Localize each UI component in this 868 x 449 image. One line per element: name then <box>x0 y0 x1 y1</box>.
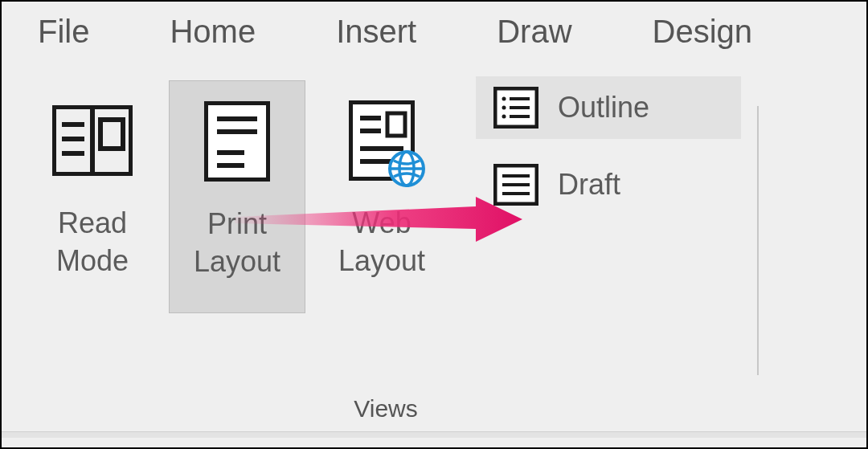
print-layout-button[interactable]: Print Layout <box>169 80 305 313</box>
read-mode-icon <box>52 96 133 185</box>
read-mode-label: Read Mode <box>56 205 129 280</box>
svg-point-21 <box>502 97 506 101</box>
print-layout-icon <box>204 97 270 186</box>
outline-button[interactable]: Outline <box>476 76 741 139</box>
web-layout-label: Web Layout <box>338 205 425 280</box>
outline-icon <box>493 87 538 129</box>
read-mode-button[interactable]: Read Mode <box>24 80 161 313</box>
group-label-views: Views <box>24 395 747 422</box>
svg-rect-6 <box>206 103 268 180</box>
tab-file[interactable]: File <box>38 14 89 50</box>
group-separator <box>757 106 759 375</box>
web-layout-icon <box>349 96 415 185</box>
draft-label: Draft <box>558 168 620 202</box>
draft-button[interactable]: Draft <box>476 153 741 216</box>
web-layout-button[interactable]: Web Layout <box>313 80 450 313</box>
tab-draw[interactable]: Draw <box>497 14 571 50</box>
tab-design[interactable]: Design <box>653 14 753 50</box>
tab-insert[interactable]: Insert <box>336 14 416 50</box>
ribbon-bottom-edge <box>2 431 866 438</box>
outline-label: Outline <box>558 91 649 124</box>
draft-icon <box>493 164 538 206</box>
svg-point-23 <box>502 106 506 110</box>
ribbon-views-group: Read Mode Print Layout <box>2 56 866 394</box>
ribbon-tabs: File Home Insert Draw Design <box>2 2 866 56</box>
globe-overlay-icon <box>387 149 426 188</box>
svg-rect-5 <box>100 120 123 149</box>
tab-home[interactable]: Home <box>170 14 256 50</box>
print-layout-label: Print Layout <box>194 206 280 281</box>
svg-point-25 <box>502 115 506 119</box>
